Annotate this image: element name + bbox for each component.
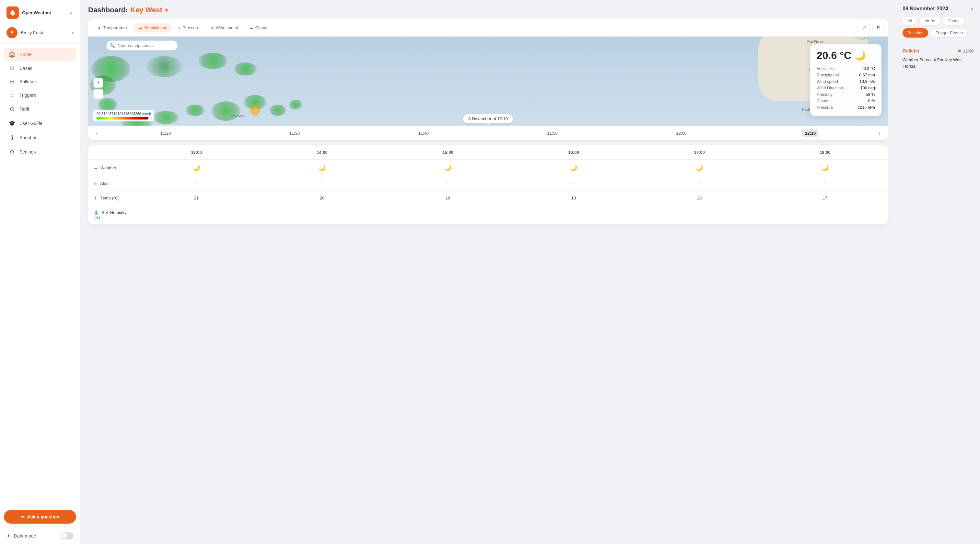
timeline-prev-button[interactable]: ‹ bbox=[92, 128, 101, 138]
timeline-time-2[interactable]: 11:40 bbox=[415, 130, 431, 137]
view-toggle-button[interactable]: 👁 bbox=[872, 22, 883, 33]
forecast-row-humidity: 💧Rel. Humidity (%) bbox=[88, 205, 134, 225]
sidebar-item-settings[interactable]: ⚙ Settings bbox=[4, 145, 76, 159]
precip-blob-5 bbox=[153, 111, 179, 124]
bulletin-header: Bulletin 12:00 bbox=[902, 48, 974, 54]
sidebar-item-about-us[interactable]: ℹ About us bbox=[4, 131, 76, 144]
forecast-table: 13:00 14:00 15:00 16:00 17:00 18:00 ☁Wea… bbox=[88, 145, 888, 224]
map-tabs: 🌡 Temperature ☁ Precipitation ↕ Pressure… bbox=[88, 19, 888, 36]
chip-bulletins[interactable]: Bulletins bbox=[902, 28, 928, 38]
humidity-16 bbox=[511, 205, 636, 225]
popup-clouds: Clouds 0 % bbox=[817, 98, 875, 104]
time-tooltip: 8 November at 12:10 bbox=[463, 114, 513, 124]
fullscreen-button[interactable]: ⤢ bbox=[859, 22, 870, 33]
popup-feels-like: Feels like 20.3 °C bbox=[817, 65, 875, 72]
popup-precipitation: Precipitation 0.67 mm bbox=[817, 72, 875, 78]
weather-14: 🌙 bbox=[259, 160, 385, 176]
wind-icon: ≋ bbox=[210, 25, 214, 30]
forecast-col-13: 13:00 bbox=[134, 145, 259, 160]
chip-all[interactable]: All bbox=[902, 16, 917, 25]
timeline-time-1[interactable]: 11:30 bbox=[287, 130, 303, 137]
alert-15: - bbox=[385, 176, 511, 191]
dark-mode-toggle[interactable] bbox=[60, 532, 73, 539]
sidebar-item-cases[interactable]: ⊡ Cases bbox=[4, 62, 76, 75]
scale-label: 00.51246710121416243260 bbox=[97, 112, 141, 116]
map-container[interactable]: Fort Pierce West Palm Beach• Fort Lauder… bbox=[88, 36, 888, 140]
search-wrapper: 🔍 bbox=[106, 40, 178, 51]
sidebar-item-user-guide[interactable]: 🎓 User Guide bbox=[4, 117, 76, 130]
ask-question-button[interactable]: ✏ Ask a question bbox=[4, 510, 76, 523]
sidebar-item-home[interactable]: 🏠 Home bbox=[4, 48, 76, 61]
main-body: 🌡 Temperature ☁ Precipitation ↕ Pressure… bbox=[80, 19, 896, 544]
precip-blob-13 bbox=[234, 62, 257, 75]
moon-icon-18: 🌙 bbox=[821, 165, 829, 171]
timeline-time-0[interactable]: 11:20 bbox=[158, 130, 174, 137]
sidebar-logo: OpenWeather « bbox=[0, 0, 80, 24]
precip-blob-10 bbox=[289, 100, 302, 109]
forecast-col-18: 18:00 bbox=[762, 145, 888, 160]
forecast-row-temp: 🌡Temp (°C) bbox=[88, 191, 134, 205]
main-content: Dashboard: Key West ▾ 🌡 Temperature ☁ Pr… bbox=[80, 0, 896, 544]
pencil-icon: ✏ bbox=[21, 514, 25, 519]
scale-bar bbox=[97, 117, 148, 119]
forecast-col-16: 16:00 bbox=[511, 145, 636, 160]
weather-18: 🌙 bbox=[762, 160, 888, 176]
timeline-time-5[interactable]: 12:10 bbox=[802, 130, 818, 137]
tab-wind-speed[interactable]: ≋ Wind speed bbox=[206, 23, 243, 32]
right-date: 08 November 2024 bbox=[902, 6, 948, 12]
timeline-next-button[interactable]: › bbox=[875, 128, 884, 138]
precip-blob-6 bbox=[185, 105, 205, 116]
alert-14: - bbox=[259, 176, 385, 191]
map-background: Fort Pierce West Palm Beach• Fort Lauder… bbox=[88, 36, 888, 140]
timeline-time-3[interactable]: 11:50 bbox=[544, 130, 560, 137]
chevron-down-icon[interactable]: ▾ bbox=[165, 6, 168, 14]
map-zoom-controls: + − bbox=[93, 78, 103, 99]
svg-point-1 bbox=[12, 11, 14, 13]
zoom-in-button[interactable]: + bbox=[93, 78, 103, 88]
chip-cases[interactable]: Cases bbox=[943, 16, 964, 25]
map-search-input[interactable] bbox=[106, 40, 178, 51]
sidebar-item-bulletins[interactable]: ⊟ Bulletins bbox=[4, 75, 76, 88]
user-name: Emily Foster bbox=[21, 30, 66, 35]
humidity-13 bbox=[134, 205, 259, 225]
sidebar-item-tariff[interactable]: ⊙ Tariff bbox=[4, 102, 76, 116]
logout-button[interactable]: ⇥ bbox=[69, 30, 73, 36]
tab-pressure[interactable]: ↕ Pressure bbox=[174, 23, 204, 32]
thermometer-icon: 🌡 bbox=[97, 25, 102, 30]
tab-temperature[interactable]: 🌡 Temperature bbox=[93, 23, 132, 32]
color-scale: 00.51246710121416243260 mm/h bbox=[93, 110, 154, 121]
bulletin-label: Bulletin bbox=[902, 48, 919, 54]
zoom-out-button[interactable]: − bbox=[93, 89, 103, 99]
sidebar-item-label: Cases bbox=[19, 66, 32, 71]
sidebar-item-label: User Guide bbox=[19, 121, 43, 126]
collapse-button[interactable]: « bbox=[68, 8, 73, 17]
filter-chips: All Alerts Cases Bulletins Trigger Event… bbox=[896, 16, 980, 43]
bulletin-title: Weather Forecast For Key West, Florida bbox=[902, 57, 974, 69]
moon-icon-13: 🌙 bbox=[193, 165, 200, 171]
weather-16: 🌙 bbox=[511, 160, 636, 176]
map-timeline: ‹ 11:20 11:30 11:40 11:50 12:00 12:10 › bbox=[88, 125, 888, 140]
chip-alerts[interactable]: Alerts bbox=[920, 16, 940, 25]
chip-trigger-events[interactable]: Trigger Events bbox=[931, 28, 968, 38]
timeline-times: 11:20 11:30 11:40 11:50 12:00 12:10 bbox=[101, 130, 875, 137]
right-nav-forward[interactable]: » bbox=[970, 6, 974, 12]
alert-icon: ⚠ bbox=[93, 181, 97, 186]
moon-icon-17: 🌙 bbox=[696, 165, 703, 171]
scale-unit: mm/h bbox=[142, 112, 151, 116]
precip-blob-3 bbox=[98, 98, 117, 111]
tooltip-arrow bbox=[487, 123, 490, 125]
avatar: E bbox=[6, 27, 18, 38]
tariff-icon: ⊙ bbox=[8, 106, 16, 113]
alert-17: - bbox=[636, 176, 762, 191]
tab-clouds[interactable]: ☁ Clouds bbox=[245, 23, 273, 32]
precip-blob-7 bbox=[211, 102, 240, 121]
tab-precipitation[interactable]: ☁ Precipitation bbox=[134, 23, 172, 32]
temp-16: 18 bbox=[511, 191, 636, 205]
location-label[interactable]: Key West bbox=[130, 6, 162, 14]
sidebar-item-triggers[interactable]: ↕ Triggers bbox=[4, 89, 76, 102]
cloud-icon: ☁ bbox=[93, 165, 98, 170]
settings-icon: ⚙ bbox=[8, 148, 16, 155]
timeline-time-4[interactable]: 12:00 bbox=[673, 130, 689, 137]
temp-17: 18 bbox=[636, 191, 762, 205]
map-actions: ⤢ 👁 bbox=[859, 22, 883, 33]
